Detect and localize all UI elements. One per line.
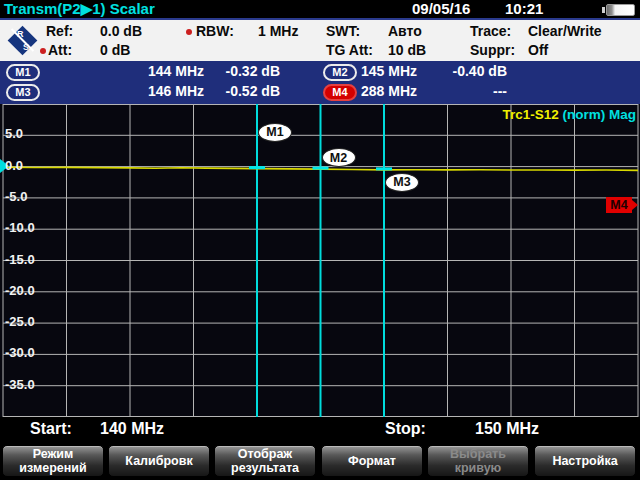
marker-label-m2: M2 <box>322 148 356 167</box>
instrument-screen: Transm(P2▶1) Scalar 09/05/16 10:21 R S R… <box>0 0 640 480</box>
battery-level <box>606 4 635 16</box>
y-axis-tick-label: 5.0 <box>5 126 23 141</box>
date-display: 09/05/16 <box>412 0 470 17</box>
y-axis-tick-label: 0.0 <box>5 158 23 173</box>
y-axis-tick-label: -20.0 <box>5 283 35 298</box>
marker-row: M3 146 MHz -0.52 dB M4 288 MHz --- <box>0 82 640 103</box>
rs-logo-letter-r: R <box>17 29 24 39</box>
y-axis-tick-label: -10.0 <box>5 220 35 235</box>
ref-value: 0.0 dB <box>100 23 142 39</box>
chart-svg <box>0 104 640 417</box>
rbw-label: RBW: <box>196 23 234 39</box>
marker-m4-offscreen-indicator: M4 <box>606 197 632 213</box>
marker-value-m2: -0.40 dB <box>432 63 507 79</box>
softkey-format[interactable]: Формат <box>321 445 423 477</box>
rs-logo-letter-s: S <box>23 42 29 52</box>
att-label: Att: <box>48 42 72 58</box>
ref-label: Ref: <box>46 23 73 39</box>
softkey-settings[interactable]: Настройка <box>534 445 636 477</box>
softkey-display-result[interactable]: Отображ результата <box>214 445 316 477</box>
settings-panel: R S Ref: 0.0 dB RBW: 1 MHz SWT: Авто Tra… <box>0 18 640 61</box>
marker-freq-m3: 146 MHz <box>138 83 204 99</box>
chart-area: Trc1-S12 (norm) Mag M4 5.00.0-5.0-10.0-1… <box>0 104 640 417</box>
measurement-title: Transm(P2▶1) Scalar <box>4 0 155 18</box>
rbw-value: 1 MHz <box>258 23 298 39</box>
tg-att-value: 10 dB <box>388 42 426 58</box>
swt-value: Авто <box>388 23 422 39</box>
tg-att-label: TG Att: <box>326 42 373 58</box>
y-axis-tick-label: -35.0 <box>5 377 35 392</box>
y-axis-tick-label: -5.0 <box>5 189 27 204</box>
stop-freq-label: Stop: <box>385 420 426 438</box>
marker-m4-offscreen-label: M4 <box>610 198 627 212</box>
trace-label: Trace: <box>470 23 511 39</box>
suppr-label: Suppr: <box>470 42 515 58</box>
time-display: 10:21 <box>505 0 543 17</box>
suppr-value: Off <box>528 42 548 58</box>
start-freq-value: 140 MHz <box>100 420 164 438</box>
frequency-axis-bar: Start: 140 MHz Stop: 150 MHz <box>0 417 640 443</box>
stop-freq-value: 150 MHz <box>475 420 539 438</box>
att-value: 0 dB <box>100 42 130 58</box>
rs-logo-icon: R S <box>4 22 42 60</box>
trace-value: Clear/Write <box>528 23 602 39</box>
marker-freq-m1: 144 MHz <box>138 63 204 79</box>
swt-label: SWT: <box>326 23 360 39</box>
y-axis-tick-label: -25.0 <box>5 314 35 329</box>
softkey-measurement-mode[interactable]: Режим измерений <box>2 445 104 477</box>
marker-badge-m1: M1 <box>6 64 40 81</box>
softkey-select-trace[interactable]: Выбрать кривую <box>427 445 529 477</box>
marker-value-m3: -0.52 dB <box>206 83 280 99</box>
trace-mode: (norm) Mag <box>559 107 636 122</box>
softkey-calibration[interactable]: Калибровк <box>108 445 210 477</box>
title-bar: Transm(P2▶1) Scalar 09/05/16 10:21 <box>0 0 640 18</box>
red-dot-icon <box>40 48 46 54</box>
softkey-bar: Режим измерений Калибровк Отображ резуль… <box>0 443 640 480</box>
start-freq-label: Start: <box>30 420 72 438</box>
marker-table: M1 144 MHz -0.32 dB M2 145 MHz -0.40 dB … <box>0 61 640 104</box>
battery-terminal <box>602 7 605 13</box>
marker-badge-m3: M3 <box>6 84 40 101</box>
marker-value-m4: --- <box>432 83 507 99</box>
marker-label-m1: M1 <box>258 123 292 142</box>
marker-label-m3: M3 <box>385 173 419 192</box>
marker-freq-m2: 145 MHz <box>352 63 417 79</box>
y-axis-tick-label: -15.0 <box>5 252 35 267</box>
y-axis-tick-label: -30.0 <box>5 345 35 360</box>
battery-icon <box>602 4 636 16</box>
trace-legend: Trc1-S12 (norm) Mag <box>502 107 636 122</box>
red-dot-icon <box>186 29 192 35</box>
marker-value-m1: -0.32 dB <box>206 63 280 79</box>
marker-row: M1 144 MHz -0.32 dB M2 145 MHz -0.40 dB <box>0 62 640 83</box>
marker-freq-m4: 288 MHz <box>352 83 417 99</box>
trace-name: Trc1-S12 <box>502 107 558 122</box>
